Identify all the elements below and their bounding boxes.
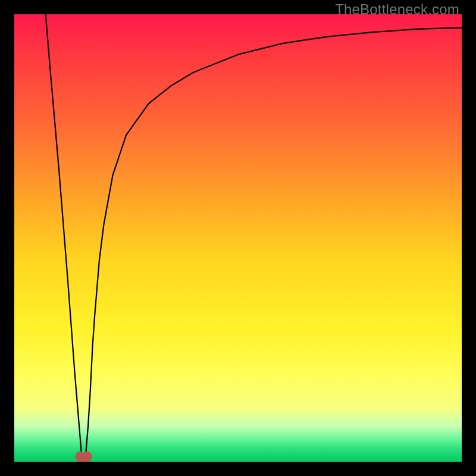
minimum-marker (75, 452, 92, 462)
curve-svg (14, 14, 462, 462)
chart-frame: TheBottleneck.com (0, 0, 476, 476)
bottleneck-curve (46, 14, 462, 462)
plot-area (14, 14, 462, 462)
svg-point-2 (82, 452, 92, 462)
